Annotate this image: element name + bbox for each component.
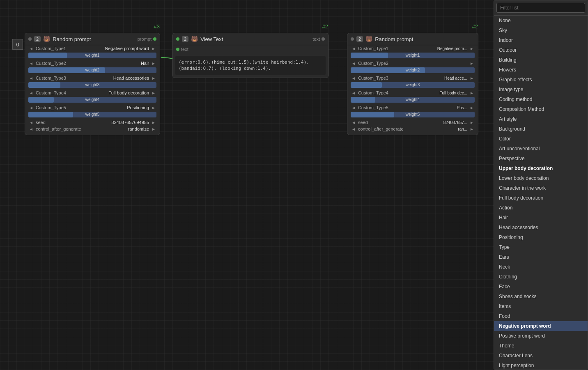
node1-control-left-arrow[interactable]: ◄ <box>28 127 34 131</box>
node2-title: View Text <box>200 36 223 42</box>
dropdown-item[interactable]: Background <box>494 124 588 134</box>
node3-type5-left-arrow[interactable]: ◄ <box>351 106 356 110</box>
node2-text-out-dot <box>322 37 325 41</box>
dropdown-item[interactable]: Full body decoration <box>494 193 588 203</box>
dropdown-item[interactable]: Lower body decoration <box>494 173 588 183</box>
node2-text-in-dot <box>176 37 179 41</box>
node2-position-badge: #2 <box>322 23 328 30</box>
node3-control-left-arrow[interactable]: ◄ <box>351 127 356 131</box>
node3-type4-left-arrow[interactable]: ◄ <box>351 91 356 95</box>
node1-weight2-bar[interactable]: weight2 <box>28 67 156 73</box>
node1-control-right-arrow[interactable]: ► <box>151 127 156 131</box>
node1-weight4-bar[interactable]: weight4 <box>28 97 156 103</box>
dropdown-item[interactable]: Negative prompt word <box>494 321 588 331</box>
dropdown-item[interactable]: Clothing <box>494 272 588 282</box>
dropdown-item[interactable]: Face <box>494 282 588 292</box>
node1-seed-left-arrow[interactable]: ◄ <box>28 120 34 125</box>
dropdown-item[interactable]: Positioning <box>494 232 588 242</box>
dropdown-item[interactable]: Character Lens <box>494 351 588 361</box>
dropdown-item[interactable]: Outdoor <box>494 45 588 55</box>
dropdown-item[interactable]: Shoes and socks <box>494 292 588 301</box>
dropdown-item[interactable]: Type <box>494 242 588 252</box>
node3-seed-left-arrow[interactable]: ◄ <box>351 120 356 125</box>
dropdown-item[interactable]: Ears <box>494 252 588 262</box>
node2-text-in-row: text <box>173 45 328 53</box>
dropdown-item[interactable]: Perspective <box>494 154 588 163</box>
dropdown-item[interactable]: Upper body decoration <box>494 163 588 173</box>
dropdown-item[interactable]: Image type <box>494 85 588 94</box>
node2-text-out-connector: text <box>312 37 325 41</box>
dropdown-item[interactable]: Building <box>494 55 588 65</box>
node3-weight1-bar[interactable]: weight1 <box>351 53 475 58</box>
node1-type5-left-arrow[interactable]: ◄ <box>28 106 34 110</box>
node3-seed-right-arrow[interactable]: ► <box>469 120 475 125</box>
node3-control-right-arrow[interactable]: ► <box>469 127 475 131</box>
node1-weight5-bar[interactable]: weight5 <box>28 112 156 117</box>
node1-type4-right-arrow[interactable]: ► <box>151 91 156 95</box>
node1-type2-right-arrow[interactable]: ► <box>151 61 156 66</box>
node-random-prompt-1: #3 2 🐻 Random prompt prompt ◄ Custom_Typ… <box>25 33 160 135</box>
dropdown-item[interactable]: Flowers <box>494 65 588 75</box>
node3-header: 2 🐻 Random prompt <box>347 33 478 45</box>
node3-type3-left-arrow[interactable]: ◄ <box>351 76 356 80</box>
node1-row-type4: ◄ Custom_Type4 Full body decoration ► <box>25 90 160 96</box>
dropdown-item[interactable]: Theme <box>494 341 588 351</box>
dropdown-item[interactable]: Coding method <box>494 94 588 104</box>
node1-type5-right-arrow[interactable]: ► <box>151 106 156 110</box>
node1-type1-left-arrow[interactable]: ◄ <box>28 46 34 51</box>
node1-weight5-row: weight5 <box>25 111 160 119</box>
dropdown-item[interactable]: Color <box>494 134 588 144</box>
node1-weight3-bar[interactable]: weight3 <box>28 82 156 88</box>
node2-text-content: (error:0.6),(hime cut:1.5),(white hairba… <box>175 56 326 75</box>
node3-icon: 🐻 <box>365 36 372 42</box>
node2-header: 2 🐻 View Text text <box>173 33 328 45</box>
node3-weight1-row: weight1 <box>347 52 478 60</box>
dropdown-item[interactable]: Hair <box>494 213 588 223</box>
node3-type5-right-arrow[interactable]: ► <box>469 106 475 110</box>
node3-type3-right-arrow[interactable]: ► <box>469 76 475 80</box>
node3-weight4-bar[interactable]: weight4 <box>351 97 475 103</box>
node3-seed-row: ◄ seed 824087657... ► <box>347 119 478 126</box>
node1-seed-row: ◄ seed 824087657694955 ► <box>25 119 160 126</box>
dropdown-filter-container <box>494 0 588 16</box>
node3-type4-right-arrow[interactable]: ► <box>469 91 475 95</box>
node1-type3-right-arrow[interactable]: ► <box>151 76 156 80</box>
dropdown-item[interactable]: None <box>494 16 588 25</box>
node3-weight4-row: weight4 <box>347 96 478 104</box>
node3-weight5-bar[interactable]: weight5 <box>351 112 475 117</box>
dropdown-item[interactable]: Graphic effects <box>494 75 588 85</box>
node1-type3-left-arrow[interactable]: ◄ <box>28 76 34 80</box>
node3-type1-right-arrow[interactable]: ► <box>469 46 475 51</box>
node1-seed-right-arrow[interactable]: ► <box>151 120 156 125</box>
node1-weight3-row: weight3 <box>25 81 160 90</box>
node3-type2-left-arrow[interactable]: ◄ <box>351 61 356 66</box>
node3-weight3-bar[interactable]: weight3 <box>351 82 475 88</box>
dropdown-item[interactable]: Indoor <box>494 35 588 45</box>
node1-type1-right-arrow[interactable]: ► <box>151 46 156 51</box>
node1-row-type2: ◄ Custom_Type2 Hair ► <box>25 60 160 67</box>
dropdown-item[interactable]: Action <box>494 203 588 213</box>
node1-weight1-bar[interactable]: weight1 <box>28 53 156 58</box>
node1-type2-left-arrow[interactable]: ◄ <box>28 61 34 66</box>
node3-weight2-bar[interactable]: weight2 <box>351 67 475 73</box>
dropdown-item[interactable]: Character in the work <box>494 183 588 193</box>
dropdown-item[interactable]: Light perception <box>494 361 588 370</box>
node1-row-type1: ◄ Custom_Type1 Negative prompt word ► <box>25 45 160 52</box>
node3-position-badge: #2 <box>472 23 478 30</box>
dropdown-item[interactable]: Art style <box>494 114 588 124</box>
dropdown-item[interactable]: Art unconventional <box>494 144 588 154</box>
dropdown-filter-input[interactable] <box>496 3 585 13</box>
node3-type1-left-arrow[interactable]: ◄ <box>351 46 356 51</box>
dropdown-item[interactable]: Positive prompt word <box>494 331 588 341</box>
dropdown-item[interactable]: Composition Method <box>494 104 588 114</box>
dropdown-item[interactable]: Sky <box>494 25 588 35</box>
dropdown-item[interactable]: Head accessories <box>494 223 588 232</box>
node1-position-badge: #3 <box>154 23 160 30</box>
node3-row-type2: ◄ Custom_Type2 ► <box>347 60 478 67</box>
dropdown-item[interactable]: Food <box>494 311 588 321</box>
node3-weight3-row: weight3 <box>347 81 478 90</box>
dropdown-item[interactable]: Items <box>494 301 588 311</box>
dropdown-item[interactable]: Neck <box>494 262 588 272</box>
node3-type2-right-arrow[interactable]: ► <box>469 61 475 66</box>
node1-type4-left-arrow[interactable]: ◄ <box>28 91 34 95</box>
